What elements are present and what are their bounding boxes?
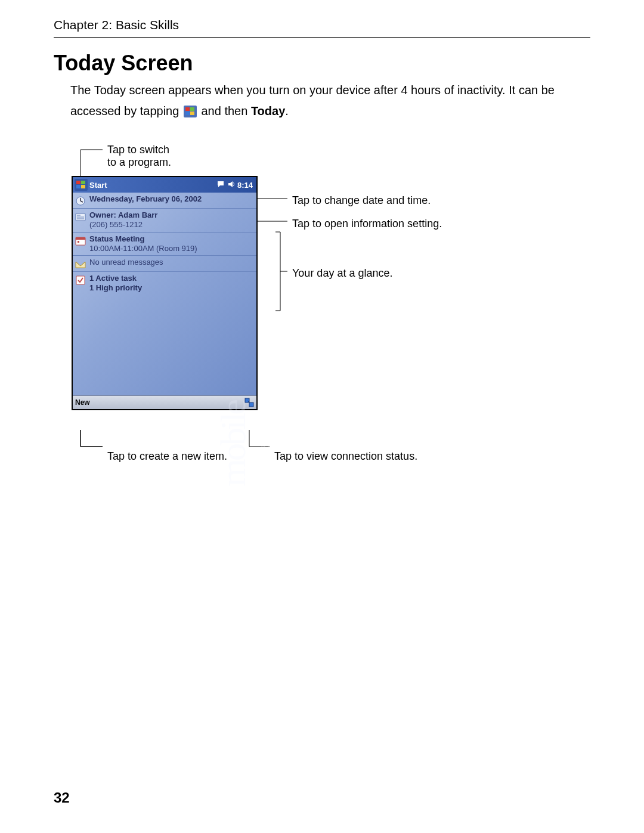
envelope-icon xyxy=(75,259,86,270)
inbox-text: No unread messages xyxy=(89,258,163,267)
owner-phone: (206) 555-1212 xyxy=(89,220,157,230)
owner-card-icon xyxy=(75,212,86,222)
body-text-period: . xyxy=(285,104,289,117)
clock-time[interactable]: 8:14 xyxy=(237,181,253,190)
section-title: Today Screen xyxy=(54,51,590,76)
connection-icon[interactable] xyxy=(244,398,254,407)
svg-rect-2 xyxy=(190,107,194,111)
chapter-header: Chapter 2: Basic Skills xyxy=(54,18,590,38)
calendar-icon xyxy=(75,236,86,246)
watermark: mobileMicrosoft xyxy=(213,401,273,487)
date-text: Wednesday, February 06, 2002 xyxy=(89,194,202,204)
owner-row[interactable]: Owner: Adam Barr (206) 555-1212 xyxy=(73,209,256,233)
start-label[interactable]: Start xyxy=(89,181,107,190)
windows-flag-icon[interactable] xyxy=(75,179,88,191)
meeting-detail: 10:00AM-11:00AM (Room 919) xyxy=(89,244,197,253)
today-items: Wednesday, February 06, 2002 Owner: Adam… xyxy=(73,193,256,295)
page-number: 32 xyxy=(54,789,70,806)
task-clipboard-icon xyxy=(75,275,86,286)
callout-open-info: Tap to open information setting. xyxy=(292,218,442,230)
callout-change-date: Tap to change date and time. xyxy=(292,194,431,207)
svg-rect-27 xyxy=(76,237,85,240)
callout-day-glance: Your day at a glance. xyxy=(292,267,392,280)
svg-rect-1 xyxy=(185,107,190,111)
bottom-bar: New xyxy=(73,395,256,409)
meeting-title: Status Meeting xyxy=(89,234,197,244)
tasks-row[interactable]: 1 Active task 1 High priority xyxy=(73,272,256,295)
tasks-active: 1 Active task xyxy=(89,274,142,283)
device-background: mobileMicrosoft xyxy=(73,295,256,395)
svg-rect-15 xyxy=(81,181,85,184)
body-text-part-2: and then xyxy=(201,104,250,117)
inbox-row[interactable]: No unread messages xyxy=(73,256,256,272)
date-row[interactable]: Wednesday, February 06, 2002 xyxy=(73,193,256,209)
svg-rect-16 xyxy=(76,185,80,188)
diagram: Tap to switch to a program. Tap to chang… xyxy=(72,144,590,478)
body-paragraph-1: The Today screen appears when you turn o… xyxy=(70,82,590,99)
callout-switch-program: Tap to switch to a program. xyxy=(107,144,171,169)
callout-view-conn: Tap to view connection status. xyxy=(274,450,417,463)
system-tray[interactable]: 8:14 xyxy=(217,180,256,190)
svg-marker-18 xyxy=(228,181,233,187)
owner-label: Owner: Adam Barr xyxy=(89,210,157,220)
callout-switch-line2: to a program. xyxy=(107,156,171,169)
svg-rect-14 xyxy=(76,181,80,184)
svg-rect-17 xyxy=(81,185,85,188)
clock-icon xyxy=(75,196,86,206)
body-paragraph-2: accessed by tapping and then Today. xyxy=(70,103,590,120)
device-screen: Start 8:14 Wednesday, Fe xyxy=(72,176,258,410)
new-button[interactable]: New xyxy=(75,398,90,407)
callout-switch-line1: Tap to switch xyxy=(107,144,171,156)
body-text-part-1: accessed by tapping xyxy=(70,104,182,117)
tasks-priority: 1 High priority xyxy=(89,283,142,293)
volume-icon[interactable] xyxy=(228,181,235,190)
top-bar[interactable]: Start 8:14 xyxy=(73,177,256,193)
svg-rect-28 xyxy=(78,241,79,243)
calendar-row[interactable]: Status Meeting 10:00AM-11:00AM (Room 919… xyxy=(73,233,256,256)
svg-rect-32 xyxy=(249,402,253,407)
svg-rect-4 xyxy=(190,112,194,115)
chat-icon[interactable] xyxy=(217,180,225,190)
start-flag-icon xyxy=(184,105,197,117)
svg-rect-3 xyxy=(185,112,190,115)
body-text-today: Today xyxy=(251,104,285,117)
callout-create-new: Tap to create a new item. xyxy=(107,450,227,463)
